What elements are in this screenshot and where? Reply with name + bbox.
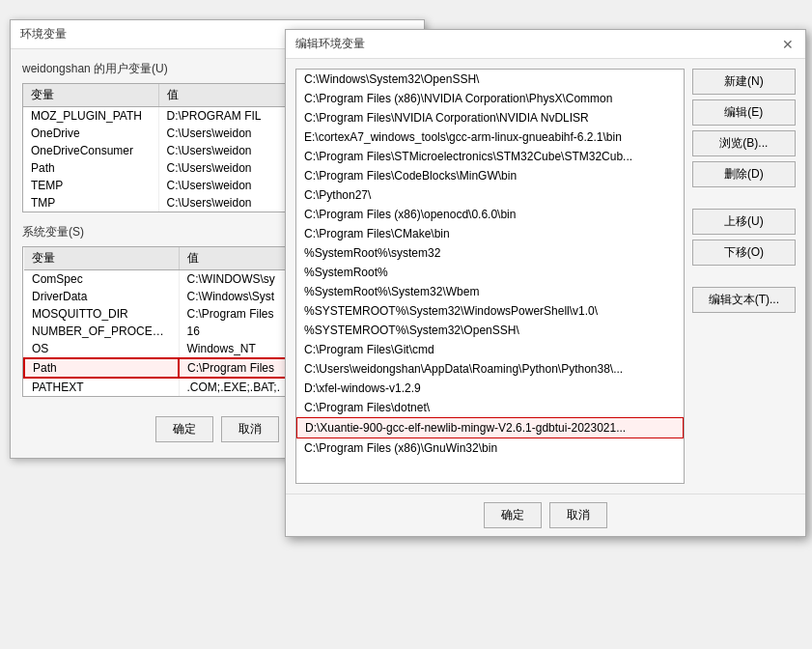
outer-ok-button[interactable]: 确定	[155, 416, 213, 442]
list-item[interactable]: %SystemRoot%\System32\Wbem	[296, 282, 684, 301]
outer-cancel-button[interactable]: 取消	[221, 416, 279, 442]
list-item[interactable]: D:\Xuantie-900-gcc-elf-newlib-mingw-V2.6…	[296, 417, 684, 438]
list-item[interactable]: %SYSTEMROOT%\System32\OpenSSH\	[296, 321, 684, 340]
list-item[interactable]: C:\Program Files (x86)\NVIDIA Corporatio…	[296, 89, 684, 108]
list-item[interactable]: C:\Program Files (x86)\openocd\0.6.0\bin	[296, 205, 684, 224]
list-item[interactable]: C:\Program Files\CodeBlocks\MinGW\bin	[296, 166, 684, 185]
var-name-cell: MOSQUITTO_DIR	[24, 305, 179, 323]
var-name-cell: DriverData	[24, 288, 179, 305]
var-name-cell: TMP	[23, 194, 158, 212]
inner-dialog-footer: 确定 取消	[286, 494, 805, 536]
side-buttons-panel: 新建(N) 编辑(E) 浏览(B)... 删除(D) 上移(U) 下移(O) 编…	[692, 69, 796, 484]
var-name-cell: MOZ_PLUGIN_PATH	[23, 107, 158, 126]
path-list: C:\Windows\System32\OpenSSH\C:\Program F…	[296, 70, 684, 458]
list-item[interactable]: %SystemRoot%	[296, 263, 684, 282]
inner-dialog-content: C:\Windows\System32\OpenSSH\C:\Program F…	[286, 59, 805, 494]
inner-close-icon[interactable]: ✕	[780, 37, 796, 52]
list-item[interactable]: C:\Program Files (x86)\GnuWin32\bin	[296, 438, 684, 458]
list-item[interactable]: C:\Program Files\NVIDIA Corporation\NVID…	[296, 108, 684, 127]
inner-cancel-button[interactable]: 取消	[549, 502, 607, 528]
list-item[interactable]: D:\xfel-windows-v1.2.9	[296, 379, 684, 398]
browse-button[interactable]: 浏览(B)...	[692, 130, 796, 156]
list-item[interactable]: C:\Program Files\Git\cmd	[296, 340, 684, 359]
var-name-cell: PATHEXT	[24, 378, 179, 396]
var-name-cell: Path	[23, 159, 158, 177]
list-item[interactable]: %SystemRoot%\system32	[296, 243, 684, 263]
inner-ok-button[interactable]: 确定	[484, 502, 542, 528]
list-item[interactable]: C:\Python27\	[296, 185, 684, 205]
list-item[interactable]: C:\Program Files\CMake\bin	[296, 224, 684, 243]
var-name-cell: OS	[24, 340, 179, 358]
inner-title-bar: 编辑环境变量 ✕	[286, 30, 805, 59]
move-up-button[interactable]: 上移(U)	[692, 209, 796, 235]
list-item[interactable]: C:\Program Files\STMicroelectronics\STM3…	[296, 147, 684, 166]
new-button[interactable]: 新建(N)	[692, 69, 796, 95]
move-down-button[interactable]: 下移(O)	[692, 240, 796, 266]
var-name-cell: OneDrive	[23, 125, 158, 142]
user-col-var: 变量	[23, 84, 158, 107]
edit-text-button[interactable]: 编辑文本(T)...	[692, 287, 796, 313]
list-item[interactable]: E:\cortexA7_windows_tools\gcc-arm-linux-…	[296, 127, 684, 147]
list-item[interactable]: C:\Users\weidongshan\AppData\Roaming\Pyt…	[296, 359, 684, 379]
list-item[interactable]: C:\Windows\System32\OpenSSH\	[296, 70, 684, 89]
delete-button[interactable]: 删除(D)	[692, 161, 796, 187]
var-name-cell: ComSpec	[24, 270, 179, 289]
var-name-cell: OneDriveConsumer	[23, 142, 158, 159]
inner-edit-dialog: 编辑环境变量 ✕ C:\Windows\System32\OpenSSH\C:\…	[285, 29, 806, 537]
edit-button[interactable]: 编辑(E)	[692, 99, 796, 126]
outer-dialog-title: 环境变量	[20, 26, 67, 42]
path-list-container[interactable]: C:\Windows\System32\OpenSSH\C:\Program F…	[295, 69, 685, 484]
sys-col-var: 变量	[24, 247, 179, 270]
var-name-cell: Path	[24, 358, 179, 378]
list-item[interactable]: C:\Program Files\dotnet\	[296, 398, 684, 417]
inner-dialog-title: 编辑环境变量	[295, 36, 365, 52]
var-name-cell: TEMP	[23, 177, 158, 194]
list-item[interactable]: %SYSTEMROOT%\System32\WindowsPowerShell\…	[296, 301, 684, 321]
var-name-cell: NUMBER_OF_PROCESSORS	[24, 323, 179, 340]
